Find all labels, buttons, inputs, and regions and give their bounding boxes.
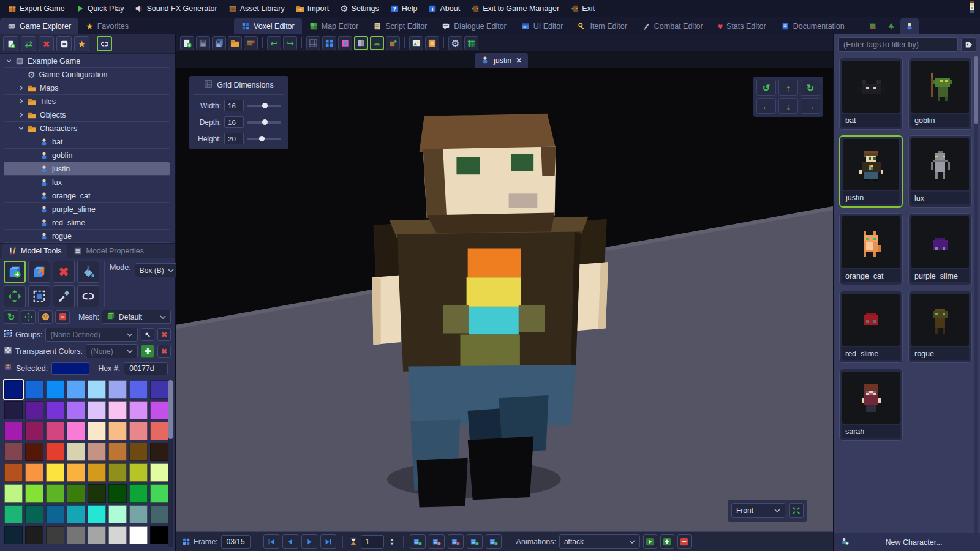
palette-color-50[interactable]	[46, 505, 64, 523]
transparent-colors-select[interactable]: (None)	[86, 344, 138, 358]
palette-color-19[interactable]	[67, 422, 85, 440]
gallery-tab-tiles-gallery[interactable]	[864, 18, 882, 34]
character-card-justin[interactable]: justin	[839, 135, 903, 208]
palette-color-57[interactable]	[25, 526, 43, 544]
palette-color-21[interactable]	[108, 422, 127, 440]
export-model-button[interactable]	[244, 36, 258, 50]
frame-counter[interactable]: 03/15	[221, 535, 251, 549]
explorer-favorite-button[interactable]: ★	[74, 36, 89, 51]
hex-input[interactable]: 00177d	[124, 362, 168, 375]
move-up-button[interactable]: ↑	[778, 80, 798, 96]
tree-item-maps[interactable]: Maps	[4, 81, 170, 95]
palette-color-29[interactable]	[108, 443, 127, 461]
gallery-tab-objects-gallery[interactable]	[882, 18, 900, 34]
tab-game-explorer[interactable]: Game Explorer	[0, 18, 78, 34]
new-character-button[interactable]: New Character...	[834, 533, 980, 551]
palette-color-14[interactable]	[129, 401, 148, 419]
tree-expander-icon[interactable]	[18, 85, 24, 91]
gallery-tab-characters-gallery[interactable]	[900, 18, 919, 34]
tag-filter-button[interactable]	[961, 37, 976, 52]
menu-export-game[interactable]: Export Game	[2, 0, 70, 17]
color-view-button[interactable]	[338, 36, 352, 50]
palette-color-40[interactable]	[4, 484, 23, 503]
palette-color-46[interactable]	[129, 484, 148, 503]
palette-color-0[interactable]	[4, 380, 23, 399]
grid-dim-slider[interactable]	[247, 121, 281, 124]
palette-color-20[interactable]	[88, 422, 106, 440]
tool-erase-voxel[interactable]: ✖	[53, 261, 75, 283]
tab-justin[interactable]: justin ✕	[475, 53, 528, 68]
menu-settings[interactable]: ⚙Settings	[334, 0, 385, 17]
clone-frame-button[interactable]	[429, 534, 445, 549]
grid-dim-slider[interactable]	[247, 105, 281, 107]
explorer-delete-button[interactable]: ✖	[39, 36, 54, 51]
move-right-button[interactable]: →	[801, 98, 820, 114]
tab-favorites[interactable]: ★Favorites	[78, 18, 136, 34]
tab-voxel-editor[interactable]: Voxel Editor	[234, 18, 302, 34]
palette-color-28[interactable]	[88, 443, 106, 461]
palette-color-58[interactable]	[46, 526, 64, 544]
tab-stats-editor[interactable]: ♥Stats Editor	[710, 18, 774, 34]
palette-color-18[interactable]	[46, 422, 64, 440]
tab-model-tools[interactable]: Model Tools	[2, 244, 67, 258]
palette-color-12[interactable]	[88, 401, 106, 419]
gallery-scrollbar[interactable]	[974, 56, 978, 533]
menu-quick-play[interactable]: Quick Play	[70, 0, 130, 17]
tab-documentation[interactable]: Documentation	[774, 18, 852, 34]
palette-color-17[interactable]	[25, 422, 43, 440]
select-group-button[interactable]: ↖	[141, 328, 154, 341]
palette-color-6[interactable]	[129, 380, 148, 399]
grid-dim-value[interactable]: 16	[224, 116, 244, 128]
play-frames-button[interactable]	[301, 534, 317, 549]
recolor-button[interactable]	[38, 310, 53, 324]
character-card-red-slime[interactable]: red_slime	[839, 291, 903, 363]
delay-spinner[interactable]	[387, 538, 397, 546]
tool-select-box[interactable]	[28, 285, 50, 307]
move-left-button[interactable]: ←	[756, 98, 776, 114]
delete-frame-button[interactable]	[448, 534, 464, 549]
palette-color-62[interactable]	[129, 526, 148, 544]
move-down-button[interactable]: ↓	[778, 98, 798, 114]
grid-dim-slider[interactable]	[247, 138, 281, 140]
skip-end-button[interactable]	[320, 534, 336, 549]
add-frame-button[interactable]	[410, 534, 426, 549]
palette-color-16[interactable]	[4, 422, 23, 440]
palette-color-48[interactable]	[4, 505, 23, 523]
sprite-preview-button[interactable]	[425, 36, 439, 50]
palette-color-26[interactable]	[46, 443, 64, 461]
anim-remove-button[interactable]	[677, 534, 692, 549]
tree-expander-icon[interactable]	[18, 126, 24, 131]
tool-eyedropper[interactable]	[53, 285, 75, 307]
rotate-ccw-button[interactable]: ↺	[756, 80, 776, 96]
tree-item-game-configuration[interactable]: ⚙Game Configuration	[4, 68, 170, 81]
tool-mirror-tool[interactable]	[77, 285, 99, 307]
palette-color-23[interactable]	[150, 422, 168, 440]
palette-color-25[interactable]	[25, 443, 43, 461]
add-transparent-color-button[interactable]: ✚	[141, 345, 154, 358]
remove-color-button[interactable]	[55, 310, 70, 324]
palette-color-61[interactable]	[108, 526, 127, 544]
character-card-bat[interactable]: bat	[839, 58, 903, 130]
palette-color-60[interactable]	[88, 526, 106, 544]
remove-transparent-color-button[interactable]: ✖	[157, 345, 171, 358]
menu-exit-to-game-manager[interactable]: Exit to Game Manager	[466, 0, 565, 17]
tab-map-editor[interactable]: Map Editor	[302, 18, 366, 34]
palette-color-63[interactable]	[150, 526, 168, 544]
palette-color-47[interactable]	[150, 484, 168, 503]
palette-color-4[interactable]	[88, 380, 106, 399]
palette-color-54[interactable]	[129, 505, 148, 523]
center-view-button[interactable]	[789, 503, 804, 518]
palette-scrollbar[interactable]	[168, 380, 173, 547]
menu-about[interactable]: iAbout	[423, 0, 466, 17]
anim-add-button[interactable]	[660, 534, 674, 549]
tree-expander-icon[interactable]	[6, 58, 12, 64]
palette-color-27[interactable]	[67, 443, 85, 461]
palette-color-49[interactable]	[25, 505, 43, 523]
tree-item-purple-slime[interactable]: purple_slime	[4, 203, 170, 216]
tree-item-justin[interactable]: justin	[4, 162, 170, 176]
move-frame-left-button[interactable]	[467, 534, 483, 549]
tree-item-red-slime[interactable]: red_slime	[4, 216, 170, 230]
tool-fill-voxel[interactable]	[77, 261, 99, 283]
palette-color-11[interactable]	[67, 401, 85, 419]
tree-item-tiles[interactable]: Tiles	[4, 95, 170, 108]
